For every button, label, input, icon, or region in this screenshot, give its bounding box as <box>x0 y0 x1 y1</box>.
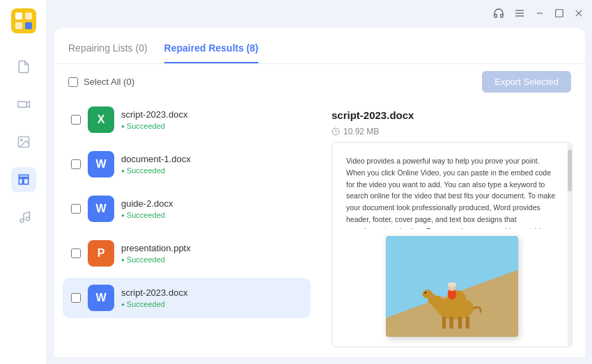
file-status-5: Succeeded <box>121 300 302 308</box>
app-sidebar <box>0 0 47 364</box>
file-checkbox-4[interactable] <box>71 248 81 258</box>
file-info-4: presentation.pptx Succeeded <box>121 243 302 264</box>
camel-illustration <box>414 274 490 330</box>
preview-image <box>386 236 518 337</box>
select-all-label[interactable]: Select All (0) <box>68 77 134 87</box>
preview-filesize: 10.92 MB <box>343 127 379 136</box>
content-wrapper: Repairing Lists (0) Repaired Results (8)… <box>54 28 585 357</box>
svg-rect-5 <box>17 102 26 107</box>
svg-rect-4 <box>25 22 32 29</box>
select-all-checkbox[interactable] <box>68 77 78 87</box>
svg-rect-1 <box>15 13 22 19</box>
main-area: Repairing Lists (0) Repaired Results (8)… <box>47 0 592 364</box>
file-info-2: document-1.docx Succeeded <box>121 154 302 175</box>
svg-rect-33 <box>448 283 456 285</box>
svg-point-25 <box>424 292 426 294</box>
file-status-1: Succeeded <box>121 122 302 130</box>
file-name-3: guide-2.docx <box>121 198 302 209</box>
body-split: X script-2023.docx Succeeded W document-… <box>54 100 585 357</box>
sidebar-item-music[interactable] <box>11 205 36 230</box>
export-selected-button[interactable]: Export Selected <box>482 71 571 93</box>
svg-rect-26 <box>442 316 446 329</box>
file-icon-word-5: W <box>88 285 114 311</box>
maximize-icon[interactable] <box>554 8 564 20</box>
tabs-bar: Repairing Lists (0) Repaired Results (8) <box>54 28 585 64</box>
svg-rect-2 <box>25 13 32 19</box>
file-name-2: document-1.docx <box>121 154 302 164</box>
app-logo <box>11 8 36 42</box>
svg-rect-28 <box>458 316 462 329</box>
file-status-4: Succeeded <box>121 255 302 264</box>
file-list: X script-2023.docx Succeeded W document-… <box>54 100 319 357</box>
title-bar <box>47 0 592 28</box>
menu-icon[interactable] <box>514 8 525 21</box>
list-item[interactable]: P presentation.pptx Succeeded <box>63 233 311 274</box>
svg-rect-29 <box>466 316 469 329</box>
sidebar-item-image[interactable] <box>11 129 36 155</box>
sidebar-item-video[interactable] <box>11 92 36 117</box>
preview-panel: script-2023.docx 10.92 MB Video provides… <box>319 100 585 357</box>
tab-repaired[interactable]: Repaired Results (8) <box>164 33 258 63</box>
file-icon-excel: X <box>88 106 114 133</box>
preview-document: Video provides a powerful way to help yo… <box>332 142 572 347</box>
svg-rect-15 <box>556 9 563 17</box>
toolbar-row: Select All (0) Export Selected <box>54 64 585 100</box>
preview-text: Video provides a powerful way to help yo… <box>332 143 572 229</box>
file-info-1: script-2023.docx Succeeded <box>121 109 302 130</box>
sidebar-item-document[interactable] <box>11 54 36 79</box>
headphones-icon[interactable] <box>493 8 504 21</box>
svg-marker-6 <box>26 102 29 107</box>
sidebar-item-files[interactable] <box>11 167 36 192</box>
preview-filename: script-2023.docx <box>332 109 572 121</box>
file-name-5: script-2023.docx <box>121 287 302 298</box>
list-item[interactable]: W document-1.docx Succeeded <box>63 144 311 184</box>
file-checkbox-1[interactable] <box>71 115 81 125</box>
file-info-5: script-2023.docx Succeeded <box>121 287 302 308</box>
file-info-3: guide-2.docx Succeeded <box>121 198 302 219</box>
svg-point-8 <box>20 139 22 141</box>
file-name-4: presentation.pptx <box>121 243 302 253</box>
file-checkbox-5[interactable] <box>71 293 81 303</box>
list-item[interactable]: W guide-2.docx Succeeded <box>63 189 311 229</box>
file-status-2: Succeeded <box>121 166 302 175</box>
preview-meta: 10.92 MB <box>332 127 572 136</box>
preview-image-container <box>332 229 572 347</box>
file-name-1: script-2023.docx <box>121 109 302 120</box>
scrollbar-thumb[interactable] <box>568 150 572 191</box>
file-icon-word-2: W <box>88 151 114 177</box>
file-checkbox-3[interactable] <box>71 204 81 214</box>
svg-point-24 <box>422 290 432 298</box>
file-icon-ppt: P <box>88 240 114 267</box>
svg-rect-3 <box>15 22 22 29</box>
file-status-3: Succeeded <box>121 211 302 219</box>
file-icon-word-3: W <box>88 196 114 222</box>
svg-rect-0 <box>11 8 36 33</box>
close-icon[interactable] <box>574 8 584 20</box>
list-item[interactable]: X script-2023.docx Succeeded <box>63 100 311 140</box>
list-item[interactable]: W script-2023.docx Succeeded <box>63 278 311 318</box>
tab-repairing[interactable]: Repairing Lists (0) <box>68 33 148 63</box>
svg-rect-27 <box>449 316 453 329</box>
file-checkbox-2[interactable] <box>71 159 81 169</box>
scrollbar-track[interactable] <box>568 143 572 347</box>
svg-rect-23 <box>435 296 441 304</box>
minimize-icon[interactable] <box>535 8 545 20</box>
